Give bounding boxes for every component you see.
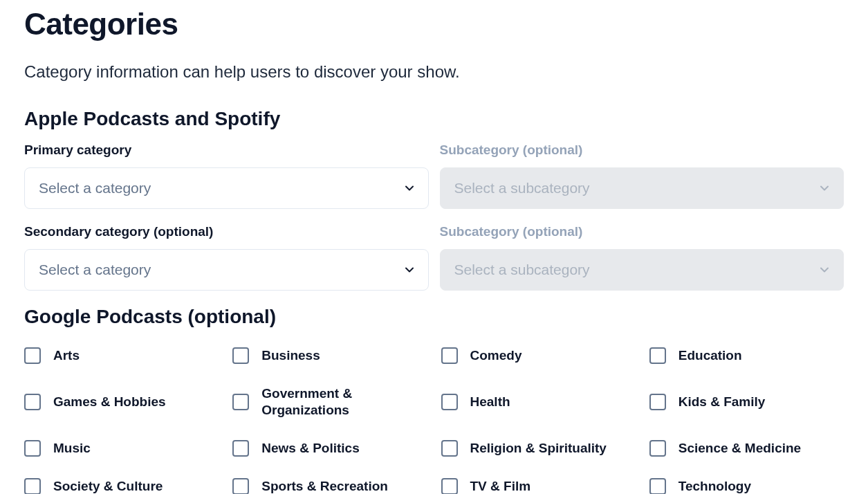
category-checkbox-label[interactable]: Government & Organizations (261, 385, 427, 419)
secondary-subcategory-select: Select a subcategory (440, 249, 844, 291)
google-category-item: Games & Hobbies (24, 385, 219, 419)
google-category-item: Business (232, 347, 427, 365)
secondary-subcategory-placeholder: Select a subcategory (454, 262, 590, 278)
category-checkbox-label[interactable]: TV & Film (470, 478, 531, 494)
category-checkbox-label[interactable]: Technology (678, 478, 751, 494)
secondary-subcategory-label: Subcategory (optional) (440, 224, 844, 239)
category-checkbox-label[interactable]: Arts (53, 347, 80, 365)
category-checkbox-label[interactable]: Music (53, 440, 91, 457)
google-podcasts-heading: Google Podcasts (optional) (24, 306, 844, 328)
category-checkbox[interactable] (649, 478, 666, 494)
google-category-item: Kids & Family (649, 385, 844, 419)
secondary-category-select[interactable]: Select a category (24, 249, 429, 291)
google-category-item: Religion & Spirituality (441, 440, 636, 457)
google-category-item: Science & Medicine (649, 440, 844, 457)
category-checkbox[interactable] (649, 347, 666, 364)
category-checkbox-label[interactable]: News & Politics (261, 440, 360, 457)
primary-category-placeholder: Select a category (39, 180, 151, 196)
google-category-item: News & Politics (232, 440, 427, 457)
category-checkbox[interactable] (24, 440, 41, 457)
category-checkbox[interactable] (441, 347, 458, 364)
category-checkbox[interactable] (24, 478, 41, 494)
category-checkbox-label[interactable]: Games & Hobbies (53, 394, 166, 411)
google-category-item: TV & Film (441, 478, 636, 494)
category-checkbox[interactable] (441, 394, 458, 410)
category-checkbox[interactable] (232, 440, 249, 457)
primary-category-select[interactable]: Select a category (24, 167, 429, 209)
category-checkbox-label[interactable]: Science & Medicine (678, 440, 801, 457)
category-checkbox-label[interactable]: Health (470, 394, 510, 411)
category-checkbox[interactable] (649, 394, 666, 410)
category-checkbox[interactable] (649, 440, 666, 457)
google-category-item: Education (649, 347, 844, 365)
primary-subcategory-label: Subcategory (optional) (440, 143, 844, 158)
category-checkbox[interactable] (232, 394, 249, 410)
secondary-category-placeholder: Select a category (39, 262, 151, 278)
apple-spotify-heading: Apple Podcasts and Spotify (24, 108, 844, 130)
category-checkbox-label[interactable]: Education (678, 347, 742, 365)
page-title: Categories (24, 7, 844, 42)
page-description: Category information can help users to d… (24, 62, 844, 82)
category-checkbox[interactable] (441, 478, 458, 494)
category-checkbox[interactable] (232, 478, 249, 494)
google-category-item: Sports & Recreation (232, 478, 427, 494)
category-checkbox[interactable] (24, 394, 41, 410)
google-category-item: Government & Organizations (232, 385, 427, 419)
category-checkbox-label[interactable]: Sports & Recreation (261, 478, 388, 494)
category-checkbox[interactable] (232, 347, 249, 364)
category-checkbox-label[interactable]: Kids & Family (678, 394, 766, 411)
apple-spotify-section: Apple Podcasts and Spotify Primary categ… (24, 108, 844, 291)
primary-subcategory-placeholder: Select a subcategory (454, 180, 590, 196)
google-category-item: Music (24, 440, 219, 457)
primary-subcategory-select: Select a subcategory (440, 167, 844, 209)
secondary-category-label: Secondary category (optional) (24, 224, 429, 239)
google-category-item: Comedy (441, 347, 636, 365)
category-checkbox-label[interactable]: Religion & Spirituality (470, 440, 607, 457)
category-checkbox[interactable] (441, 440, 458, 457)
google-podcasts-section: Google Podcasts (optional) ArtsBusinessC… (24, 306, 844, 494)
category-checkbox-label[interactable]: Business (261, 347, 320, 365)
category-checkbox-label[interactable]: Society & Culture (53, 478, 163, 494)
google-category-item: Arts (24, 347, 219, 365)
primary-category-label: Primary category (24, 143, 429, 158)
category-checkbox-label[interactable]: Comedy (470, 347, 522, 365)
google-category-item: Technology (649, 478, 844, 494)
google-category-grid: ArtsBusinessComedyEducationGames & Hobbi… (24, 347, 844, 494)
category-checkbox[interactable] (24, 347, 41, 364)
google-category-item: Society & Culture (24, 478, 219, 494)
google-category-item: Health (441, 385, 636, 419)
